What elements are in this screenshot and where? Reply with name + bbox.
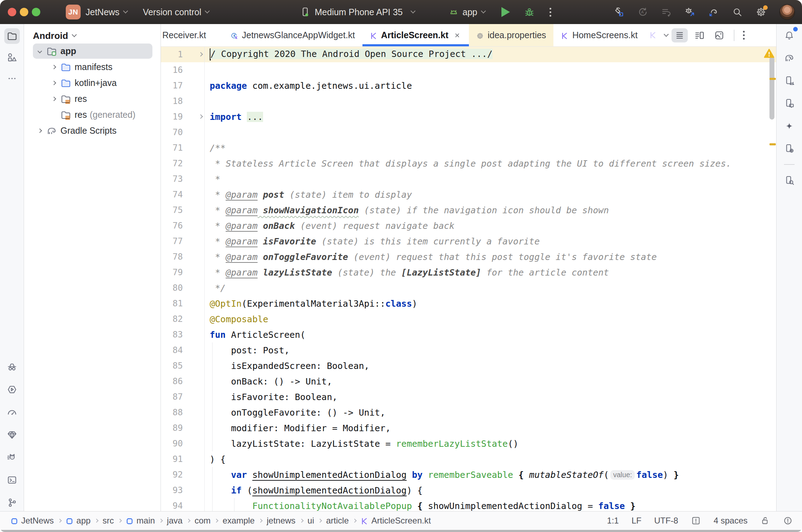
code-line-71[interactable]: 71/** bbox=[161, 140, 776, 156]
breadcrumb-item-article[interactable]: article bbox=[326, 516, 349, 526]
code-line-83[interactable]: 83fun ArticleScreen( bbox=[161, 327, 776, 342]
caret-position-widget[interactable]: 1:1 bbox=[607, 516, 619, 526]
code-line-90[interactable]: 90 lazyListState: LazyListState = rememb… bbox=[161, 436, 776, 451]
code-line-73[interactable]: 73 * bbox=[161, 171, 776, 187]
breadcrumb-item-main[interactable]: main bbox=[126, 516, 155, 526]
code-editor[interactable]: 1/ Copyright 2020 The Android Open Sourc… bbox=[161, 47, 776, 511]
code-line-89[interactable]: 89 modifier: Modifier = Modifier, bbox=[161, 420, 776, 436]
breadcrumb-item-ui[interactable]: ui bbox=[308, 516, 314, 526]
more-actions-icon[interactable] bbox=[550, 8, 551, 17]
breadcrumb-item-src[interactable]: src bbox=[103, 516, 114, 526]
code-line-75[interactable]: 75 * @param showNavigationIcon (state) i… bbox=[161, 202, 776, 218]
code-line-78[interactable]: 78 * @param onToggleFavorite (event) req… bbox=[161, 249, 776, 265]
tree-item-kotlin-java[interactable]: kotlin+java bbox=[24, 75, 161, 91]
build-hammer-icon[interactable] bbox=[614, 7, 624, 17]
editor-only-view-icon[interactable] bbox=[672, 28, 688, 42]
unlocked-padlock-icon[interactable] bbox=[760, 516, 770, 526]
editor-more-options-icon[interactable] bbox=[743, 31, 745, 40]
editor-scrollbar[interactable] bbox=[769, 57, 774, 120]
split-view-icon[interactable] bbox=[691, 28, 708, 42]
gradle-sync-icon[interactable] bbox=[708, 7, 719, 17]
code-line-18[interactable]: 18 bbox=[161, 93, 776, 109]
run-configuration-label[interactable]: app bbox=[463, 7, 477, 17]
layout-inspector-phone-search-button[interactable] bbox=[781, 173, 797, 188]
code-line-91[interactable]: 91) { bbox=[161, 451, 776, 467]
code-line-74[interactable]: 74 * @param post (state) item to display bbox=[161, 187, 776, 202]
apply-code-changes-icon[interactable] bbox=[661, 7, 672, 17]
warning-stripe-mark[interactable] bbox=[769, 78, 776, 80]
app-quality-insights-detective-button[interactable] bbox=[4, 359, 20, 375]
fold-arrow-icon[interactable] bbox=[183, 109, 210, 125]
gemini-spark-button[interactable] bbox=[781, 118, 797, 134]
tab-articlescreen-kt[interactable]: ArticleScreen.kt bbox=[362, 24, 469, 46]
gradle-elephant-button[interactable] bbox=[781, 50, 797, 66]
chevron-right-icon[interactable] bbox=[50, 95, 58, 103]
encoding-widget[interactable]: UTF-8 bbox=[654, 516, 678, 526]
tab-jetnewsglanceappwidget-kt[interactable]: JetnewsGlanceAppWidget.kt bbox=[223, 24, 362, 46]
code-line-80[interactable]: 80 */ bbox=[161, 280, 776, 296]
close-tab-icon[interactable] bbox=[453, 31, 461, 40]
code-line-84[interactable]: 84 post: Post, bbox=[161, 342, 776, 358]
user-avatar[interactable] bbox=[779, 4, 795, 20]
code-line-16[interactable]: 16 bbox=[161, 62, 776, 78]
project-folder-button[interactable] bbox=[4, 28, 20, 44]
breadcrumb-item-example[interactable]: example bbox=[222, 516, 255, 526]
code-line-92[interactable]: 92 var showUnimplementedActionDialog by … bbox=[161, 467, 776, 482]
breadcrumb-item-com[interactable]: com bbox=[194, 516, 210, 526]
indent-widget[interactable]: 4 spaces bbox=[714, 516, 748, 526]
tree-item-app[interactable]: app bbox=[24, 43, 161, 59]
close-window-button[interactable] bbox=[8, 8, 16, 16]
inspections-warning-icon[interactable] bbox=[763, 48, 775, 59]
tree-item-res[interactable]: res(generated) bbox=[24, 107, 161, 123]
device-manager-phone-button[interactable] bbox=[781, 73, 797, 88]
running-devices-mirror-button[interactable] bbox=[781, 96, 797, 111]
code-line-79[interactable]: 79 * @param lazyListState (state) the [L… bbox=[161, 265, 776, 280]
error-circle-icon[interactable] bbox=[783, 516, 793, 526]
code-line-94[interactable]: 94 FunctionalityNotAvailablePopup { show… bbox=[161, 498, 776, 511]
preview-view-icon[interactable] bbox=[711, 28, 727, 42]
profiler-gauge-button[interactable] bbox=[4, 404, 20, 420]
code-line-1[interactable]: 1/ Copyright 2020 The Android Open Sourc… bbox=[161, 47, 776, 62]
code-line-76[interactable]: 76 * @param onBack (event) request navig… bbox=[161, 218, 776, 233]
fold-arrow-icon[interactable] bbox=[183, 47, 210, 62]
logcat-cat-button[interactable] bbox=[4, 450, 20, 465]
tree-item-manifests[interactable]: manifests bbox=[24, 59, 161, 75]
services-hexagon-play-button[interactable] bbox=[4, 382, 20, 397]
code-line-17[interactable]: 17package com.example.jetnews.ui.article bbox=[161, 78, 776, 93]
code-line-93[interactable]: 93 if (showUnimplementedActionDialog) { bbox=[161, 482, 776, 498]
code-line-70[interactable]: 70 bbox=[161, 125, 776, 140]
code-line-81[interactable]: 81@OptIn(ExperimentalMaterial3Api::class… bbox=[161, 296, 776, 311]
tab-receiver-kt[interactable]: Receiver.kt bbox=[161, 24, 223, 46]
breadcrumb-item-jetnews[interactable]: JetNews bbox=[11, 516, 54, 526]
debug-button[interactable] bbox=[524, 7, 535, 17]
code-line-19[interactable]: 19import ... bbox=[161, 109, 776, 125]
tab-homescreens-kt[interactable]: HomeScreens.kt bbox=[553, 24, 645, 46]
chevron-right-icon[interactable] bbox=[50, 63, 58, 71]
breadcrumb-item-jetnews[interactable]: jetnews bbox=[267, 516, 295, 526]
version-control-menu[interactable]: Version control bbox=[143, 7, 201, 17]
tab-idea-properties[interactable]: idea.properties bbox=[469, 24, 553, 46]
terminal-button[interactable] bbox=[4, 472, 20, 488]
breadcrumb-item-articlescreen-kt[interactable]: ArticleScreen.kt bbox=[361, 516, 431, 526]
chevron-down-icon[interactable] bbox=[36, 47, 43, 55]
line-separator-widget[interactable]: LF bbox=[632, 516, 641, 526]
device-explorer-phone-button[interactable] bbox=[781, 141, 797, 156]
maximize-window-button[interactable] bbox=[32, 8, 40, 16]
code-line-85[interactable]: 85 isExpandedScreen: Boolean, bbox=[161, 358, 776, 374]
search-everywhere-icon[interactable] bbox=[732, 7, 743, 17]
chevron-right-icon[interactable] bbox=[36, 127, 43, 135]
minimize-window-button[interactable] bbox=[20, 8, 28, 16]
apply-changes-icon[interactable]: A bbox=[637, 7, 648, 17]
inspection-square-icon[interactable] bbox=[691, 516, 701, 526]
notifications-bell-button[interactable] bbox=[781, 28, 797, 43]
code-line-88[interactable]: 88 onToggleFavorite: () -> Unit, bbox=[161, 405, 776, 420]
project-view-mode-selector[interactable]: Android bbox=[24, 28, 161, 43]
code-line-82[interactable]: 82@Composable bbox=[161, 311, 776, 327]
hidden-tabs-icon[interactable] bbox=[649, 31, 657, 39]
code-line-72[interactable]: 72 * Stateless Article Screen that displ… bbox=[161, 156, 776, 171]
chevron-right-icon[interactable] bbox=[50, 79, 58, 87]
breadcrumb-item-app[interactable]: app bbox=[66, 516, 91, 526]
attach-debugger-icon[interactable] bbox=[685, 7, 695, 17]
device-selector[interactable]: Medium Phone API 35 bbox=[300, 0, 415, 24]
code-line-86[interactable]: 86 onBack: () -> Unit, bbox=[161, 374, 776, 389]
